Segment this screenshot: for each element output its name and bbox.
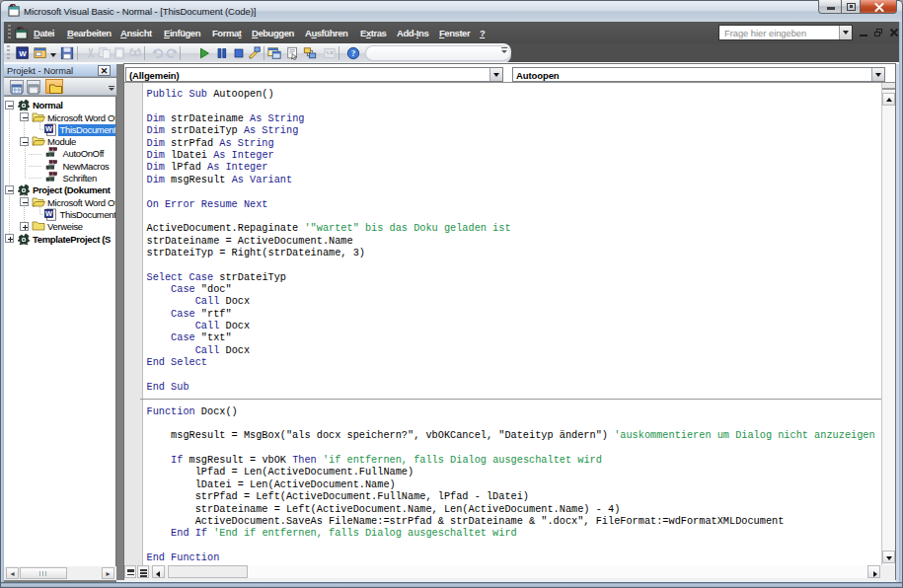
svg-text:W: W [45,124,53,133]
svg-text:W: W [19,49,27,58]
svg-text:W: W [45,209,53,218]
svg-text:?: ? [350,49,354,58]
